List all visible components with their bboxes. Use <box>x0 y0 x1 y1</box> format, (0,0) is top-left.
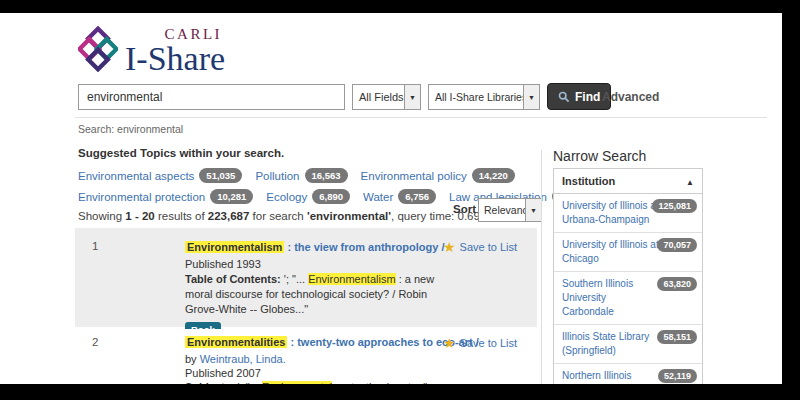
result-body: Environmentalism : the view from anthrop… <box>185 228 437 337</box>
facet-count-badge: 70,057 <box>657 238 697 252</box>
snippet-label: Table of Contents: <box>185 273 281 285</box>
save-to-list-link[interactable]: Save to List <box>460 337 517 349</box>
topic-count-badge: 6,756 <box>398 189 436 204</box>
save-to-list-link[interactable]: Save to List <box>460 241 517 253</box>
result-published: Published 2007 <box>185 366 437 380</box>
search-field-value: All Fields <box>353 91 404 103</box>
result-title-link[interactable]: Environmentalism : the view from anthrop… <box>185 240 437 255</box>
topic-item: Water 6,756 <box>363 189 436 204</box>
facet-count-badge: 63,820 <box>657 277 697 291</box>
summary-text: results of <box>158 210 205 222</box>
chevron-down-icon: ▼ <box>523 85 539 109</box>
result-number: 2 <box>92 336 98 348</box>
facet-link[interactable]: Northern Illinois University <box>562 369 667 384</box>
page: CARLI I-Share All Fields ▼ All I-Share L… <box>0 13 782 384</box>
summary-text: Showing <box>78 210 122 222</box>
chevron-down-icon: ▼ <box>525 199 541 221</box>
topic-count-badge: 10,281 <box>210 189 253 204</box>
snippet-highlight: Environmentalism <box>308 273 395 285</box>
result-published: Published 1993 <box>185 257 437 272</box>
find-button-label: Find <box>575 90 600 104</box>
facet-row: University of Illinois at Urbana-Champai… <box>554 194 702 233</box>
result-body: Environmentalities : twenty-two approach… <box>185 329 437 384</box>
result-row: 2 Environmentalities : twenty-two approa… <box>75 329 537 384</box>
save-to-list[interactable]: ★ Save to List <box>443 240 517 254</box>
topic-link[interactable]: Pollution <box>255 170 299 182</box>
topic-count-badge: 16,563 <box>305 168 348 183</box>
carli-ishare-logo[interactable]: CARLI I-Share <box>78 26 225 75</box>
title-highlight: Environmentalities <box>185 336 287 348</box>
logo-ishare-label: I-Share <box>125 43 225 75</box>
search-field-select[interactable]: All Fields ▼ <box>352 84 421 110</box>
facet-count-badge: 125,081 <box>652 199 697 213</box>
star-icon: ★ <box>443 240 456 254</box>
search-input[interactable] <box>78 84 345 110</box>
title-rest[interactable]: : the view from anthropology / <box>284 241 444 253</box>
facet-row: Northern Illinois University 52,119 <box>554 364 702 384</box>
logo-text: CARLI I-Share <box>125 26 225 75</box>
topic-item: Ecology 6,890 <box>266 189 350 204</box>
topic-item: Environmental aspects 51,035 <box>78 168 242 183</box>
facet-group-header[interactable]: Institution ▲ <box>554 169 702 194</box>
topic-link[interactable]: Environmental policy <box>361 170 467 182</box>
save-to-list[interactable]: ★ Save to List <box>443 336 517 350</box>
facet-row: Illinois State Library (Springfield) 58,… <box>554 325 702 364</box>
facet-row: Southern Illinois University Carbondale … <box>554 272 702 325</box>
institution-facet-panel: Institution ▲ University of Illinois at … <box>553 168 703 384</box>
result-snippet: Subjects: '; "... Environmental protecti… <box>185 380 437 384</box>
snippet-text: '; "... <box>284 273 305 285</box>
facet-link[interactable]: Illinois State Library (Springfield) <box>562 330 667 358</box>
author-link[interactable]: Weintraub, Linda. <box>200 353 286 365</box>
sort-ascending-icon: ▲ <box>686 176 694 190</box>
topic-link[interactable]: Environmental aspects <box>78 170 194 182</box>
sort-label: Sort <box>453 203 476 215</box>
header-divider <box>75 117 767 118</box>
results-summary: Showing 1 - 20 results of 223,687 for se… <box>78 210 486 222</box>
result-snippet: Table of Contents: '; "... Environmental… <box>185 272 437 317</box>
result-title-link[interactable]: Environmentalities : twenty-two approach… <box>185 335 437 350</box>
narrow-search-heading: Narrow Search <box>553 148 646 164</box>
summary-total: 223,687 <box>208 210 250 222</box>
chevron-down-icon: ▼ <box>404 85 420 109</box>
result-number: 1 <box>92 240 98 252</box>
summary-query: 'environmental' <box>307 210 391 222</box>
snippet-highlight: Environmental <box>262 381 332 384</box>
suggested-topics-heading: Suggested Topics within your search. <box>78 147 284 159</box>
facet-group-label: Institution <box>562 175 615 187</box>
snippet-text: protection in art ..." <box>335 381 427 384</box>
topic-link[interactable]: Water <box>363 191 393 203</box>
topic-link[interactable]: Environmental protection <box>78 191 205 203</box>
facet-count-badge: 52,119 <box>658 369 697 383</box>
summary-text: for search <box>253 210 304 222</box>
result-row: 1 Environmentalism : the view from anthr… <box>75 228 537 327</box>
snippet-text: '; "... <box>238 381 259 384</box>
carli-knot-icon <box>78 26 118 72</box>
facet-count-badge: 58,151 <box>657 330 697 344</box>
facet-link[interactable]: University of Illinois at Urbana-Champai… <box>562 199 667 227</box>
topic-count-badge: 51,035 <box>199 168 242 183</box>
search-icon <box>558 91 570 103</box>
advanced-search-link[interactable]: Advanced <box>602 90 659 104</box>
result-author-line: by Weintraub, Linda. <box>185 352 437 366</box>
facet-link[interactable]: University of Illinois at Chicago <box>562 238 667 266</box>
library-select[interactable]: All I-Share Libraries ▼ <box>428 84 540 110</box>
topic-item: Environmental policy 14,220 <box>361 168 515 183</box>
sort-select[interactable]: Relevance ▼ <box>478 198 542 222</box>
snippet-label: Subjects: <box>185 381 235 384</box>
sort-select-value: Relevance <box>479 204 525 216</box>
facet-link[interactable]: Southern Illinois University Carbondale <box>562 277 667 319</box>
topic-link[interactable]: Ecology <box>266 191 307 203</box>
topic-item: Pollution 16,563 <box>255 168 347 183</box>
search-breadcrumb: Search: environmental <box>78 123 183 135</box>
topic-count-badge: 6,890 <box>312 189 350 204</box>
star-icon: ★ <box>443 336 456 350</box>
column-divider <box>541 150 542 384</box>
topic-item: Environmental protection 10,281 <box>78 189 253 204</box>
topics-row: Environmental aspects 51,035 Pollution 1… <box>78 168 515 183</box>
summary-range: 1 - 20 <box>125 210 154 222</box>
library-select-value: All I-Share Libraries <box>429 91 523 103</box>
topic-count-badge: 14,220 <box>472 168 515 183</box>
facet-row: University of Illinois at Chicago 70,057 <box>554 233 702 272</box>
title-highlight: Environmentalism <box>185 241 284 253</box>
by-label: by <box>185 353 197 365</box>
